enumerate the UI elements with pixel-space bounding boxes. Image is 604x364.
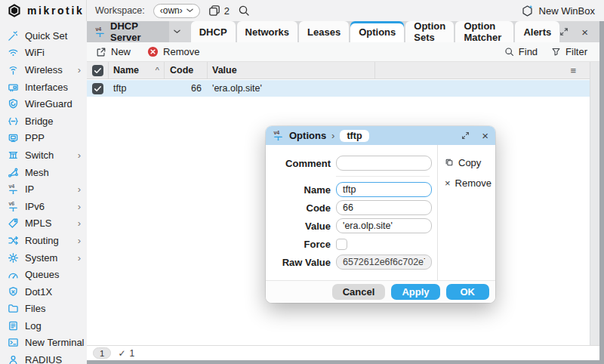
sidebar-item-new-terminal[interactable]: New Terminal [0,335,87,352]
statusbar: 1 ✓ 1 [87,345,599,360]
ipv6-icon: v6 [8,201,19,212]
column-header-value[interactable]: Value [208,62,375,79]
select-all-checkbox[interactable] [87,62,109,79]
sidebar-item-files[interactable]: Files [0,301,87,318]
chevron-right-icon: › [78,150,81,161]
folder-icon [8,303,19,314]
tab-leases[interactable]: Leases [299,21,349,42]
ipv4-icon: v4 [8,184,19,195]
tab-alerts[interactable]: Alerts [515,21,559,42]
remove-button[interactable]: Remove [147,46,199,57]
tab-option-matcher[interactable]: Option Matcher [455,21,513,42]
apply-button[interactable]: Apply [391,284,439,300]
dialog-side-actions: Copy × Remove [437,145,495,280]
vertical-scrollbar[interactable] [590,62,599,345]
sidebar-item-ip[interactable]: v4 IP › [0,180,87,198]
raw-value-field[interactable] [336,254,432,270]
row-checkbox[interactable] [87,83,109,94]
tab-option-sets[interactable]: Option Sets [405,21,454,42]
tab-options[interactable]: Options [350,21,404,42]
mikrotik-hexagon-icon [7,3,22,18]
sidebar-item-system[interactable]: System › [0,249,87,267]
copy-button[interactable]: Copy [438,154,495,171]
search-icon[interactable] [238,5,250,17]
dhcp-v4-icon: v4 [94,26,106,38]
close-icon[interactable]: × [581,26,588,38]
find-button[interactable]: Find [504,46,538,57]
brand-text: mikrotik [27,5,84,17]
sidebar-item-bridge[interactable]: Bridge [0,113,87,130]
table-row[interactable]: tftp 66 'era.olp.site' [87,80,590,97]
gear-icon [8,252,19,264]
new-button[interactable]: New [96,46,131,57]
gauge-icon [8,269,19,280]
svg-text:v6: v6 [8,201,14,206]
wireless-icon [8,64,19,76]
window-count: 2 [224,5,230,17]
sidebar-item-dot1x[interactable]: Dot1X [0,283,87,301]
dot1x-shield-icon [8,286,19,298]
tab-networks[interactable]: Networks [237,21,298,42]
comment-field[interactable] [336,156,432,171]
sidebar-item-interfaces[interactable]: Interfaces [0,79,87,96]
sidebar-item-quick-set[interactable]: Quick Set [0,27,87,45]
code-field[interactable] [336,200,432,215]
breadcrumb-separator: › [331,130,334,141]
sidebar-item-mesh[interactable]: Mesh [0,164,87,181]
cancel-button[interactable]: Cancel [332,284,386,300]
column-settings-icon[interactable]: ≡ [570,65,576,76]
log-icon [8,320,19,332]
new-winbox-button[interactable]: New WinBox [521,5,595,17]
table-header: Name ^ Code Value ≡ [87,62,590,79]
column-header-code[interactable]: Code [165,62,208,79]
topbar-controls: Workspace: ‹own› 2 New WinBox [87,0,604,21]
dialog-titlebar: v4 Options › tftp × [266,126,495,145]
toolbar: New Remove Find Filter [87,42,599,62]
remove-button-dialog[interactable]: × Remove [438,174,495,191]
tab-dhcp[interactable]: DHCP [191,21,236,42]
sidebar-item-ipv6[interactable]: v6 IPv6 › [0,198,87,215]
sidebar-item-ppp[interactable]: PPP [0,130,87,147]
filter-funnel-icon [551,47,561,57]
person-icon [8,354,19,364]
page-badge: 1 [93,347,111,359]
chevron-right-icon: › [78,184,81,195]
chevron-right-icon: › [78,217,81,229]
sidebar-item-log[interactable]: Log [0,317,87,335]
code-label: Code [270,202,331,214]
sidebar-item-queues[interactable]: Queues [0,266,87,283]
window-title: v4 DHCP Server [87,21,169,42]
value-field[interactable] [336,218,432,233]
filter-button[interactable]: Filter [551,46,587,57]
workspace-select[interactable]: ‹own› [153,4,200,18]
ok-button[interactable]: OK [446,284,490,300]
chevron-right-icon: › [78,235,81,246]
form-divider [336,176,430,177]
sidebar-item-wireless[interactable]: Wireless › [0,61,87,79]
selected-count: ✓ 1 [118,348,134,359]
options-dialog: v4 Options › tftp × Comment Name [266,126,495,303]
dialog-close-icon[interactable]: × [482,130,488,141]
remove-x-icon: × [445,177,451,189]
sidebar-item-routing[interactable]: Routing › [0,232,87,249]
window-dropdown-button[interactable] [169,21,185,42]
open-windows-button[interactable]: 2 [208,5,230,17]
force-checkbox[interactable] [336,239,347,250]
sidebar-item-wireguard[interactable]: WireGuard [0,95,87,113]
sidebar-item-wifi[interactable]: WiFi [0,45,87,62]
dialog-expand-icon[interactable] [461,131,470,140]
dialog-body: Comment Name Code Value Force [266,145,495,280]
cell-name: tftp [109,83,165,94]
dialog-item-pill: tftp [340,130,368,142]
chevron-right-icon: › [78,252,81,264]
column-header-name[interactable]: Name ^ [109,62,165,79]
bridge-icon [8,116,19,127]
toolbar-right: Find Filter [504,46,590,57]
sidebar-item-mpls[interactable]: MPLS › [0,215,87,233]
chevron-right-icon: › [78,201,81,212]
sidebar-item-radius[interactable]: RADIUS [0,351,87,364]
dhcp-v4-icon: v4 [273,130,284,141]
name-field[interactable] [336,182,432,197]
sidebar-item-switch[interactable]: Switch › [0,147,87,164]
expand-icon[interactable] [559,27,569,36]
